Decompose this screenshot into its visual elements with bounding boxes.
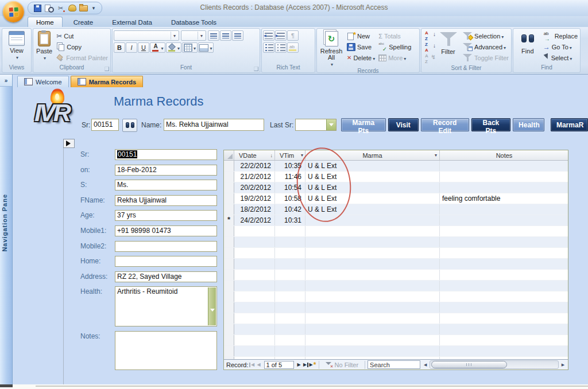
new-record-button[interactable]: New	[346, 30, 376, 41]
action-button-health[interactable]: Health	[513, 118, 544, 131]
field-input-sr[interactable]: 00151	[115, 149, 217, 160]
bold-button[interactable]: B	[114, 42, 125, 53]
row-selector[interactable]	[224, 193, 234, 204]
field-input-age[interactable]: 37 yrs	[115, 210, 217, 221]
gridlines-button[interactable]	[182, 42, 198, 53]
customize-dropdown-icon[interactable]	[90, 4, 97, 13]
last-sr-combo[interactable]	[295, 119, 336, 131]
expand-navigation-pane-button[interactable]: »	[0, 75, 12, 87]
select-button[interactable]: Select	[542, 52, 579, 63]
field-input-notes[interactable]	[115, 331, 217, 370]
sr-search-input[interactable]: 00151	[91, 119, 119, 131]
spelling-button[interactable]: Spelling	[377, 41, 412, 52]
name-input[interactable]: Ms. Rekha Ujjainwal	[164, 119, 264, 131]
first-record-button[interactable]	[249, 361, 256, 369]
numbered-list-button[interactable]	[263, 42, 274, 53]
row-selector[interactable]	[224, 204, 234, 215]
field-input-health[interactable]: Arthritis - Reumitoid	[115, 286, 217, 326]
action-button-back-pts[interactable]: Back Pts	[471, 118, 510, 131]
action-button-visit[interactable]: Visit	[388, 118, 419, 131]
cut-button[interactable]: Cut	[55, 30, 109, 41]
copy-button[interactable]: Copy	[55, 41, 109, 52]
font-name-combo[interactable]	[114, 30, 179, 41]
action-button-marmar[interactable]: MarmaR	[551, 118, 588, 131]
filter-dropdown-icon[interactable]	[301, 153, 305, 158]
select-all-corner[interactable]	[224, 150, 234, 160]
increase-indent-button[interactable]	[275, 30, 287, 41]
row-selector[interactable]	[224, 182, 234, 193]
align-center-button[interactable]	[220, 30, 231, 41]
row-selector[interactable]	[224, 324, 234, 334]
more-button[interactable]: More	[377, 52, 412, 63]
no-filter-button[interactable]: No Filter	[322, 360, 363, 369]
ribbon-tab-home[interactable]: Home	[28, 17, 63, 27]
column-header-notes[interactable]: Notes	[440, 150, 568, 160]
column-header-marma[interactable]: Marma	[305, 150, 440, 160]
find-button[interactable]: Find	[514, 30, 541, 64]
fill-color-button[interactable]	[166, 42, 181, 53]
row-selector[interactable]	[224, 335, 234, 345]
folder-icon[interactable]	[79, 4, 88, 13]
search-input[interactable]	[368, 360, 420, 369]
row-selector[interactable]	[224, 172, 234, 182]
save-record-button[interactable]: Save	[346, 41, 376, 52]
paste-button[interactable]: Paste	[34, 30, 54, 64]
format-painter-button[interactable]: Format Painter	[55, 52, 109, 63]
sort-ascending-button[interactable]: AZ↓	[424, 30, 436, 42]
italic-button[interactable]: I	[126, 42, 137, 53]
row-selector[interactable]	[224, 248, 234, 258]
row-selector[interactable]	[224, 226, 234, 236]
navigation-pane-label[interactable]: Navigation Pane	[1, 194, 8, 252]
document-tab-welcome[interactable]: Welcome	[17, 76, 69, 87]
row-selector[interactable]	[224, 291, 234, 302]
ribbon-tab-external-data[interactable]: External Data	[104, 17, 160, 27]
ribbon-tab-database-tools[interactable]: Database Tools	[163, 17, 225, 27]
action-button-record-edit[interactable]: Record Edit	[421, 118, 469, 131]
row-selector[interactable]	[224, 302, 234, 313]
save-icon[interactable]	[33, 4, 42, 13]
advanced-filter-button[interactable]: Advanced	[461, 41, 510, 52]
office-button[interactable]	[3, 1, 24, 22]
field-input-fname[interactable]: Rekha Ujjainwal	[115, 195, 217, 206]
filter-button[interactable]: Filter	[436, 30, 460, 64]
row-selector[interactable]	[224, 270, 234, 280]
row-selector[interactable]	[224, 259, 234, 269]
highlight-button[interactable]	[287, 42, 299, 53]
last-record-button[interactable]	[303, 361, 310, 369]
record-position[interactable]: 1 of 5	[264, 361, 294, 369]
align-right-button[interactable]	[232, 30, 243, 41]
next-record-button[interactable]	[296, 361, 303, 369]
row-selector[interactable]	[224, 281, 234, 291]
replace-button[interactable]: Replace	[542, 30, 579, 41]
text-direction-button[interactable]	[287, 30, 299, 41]
previous-record-button[interactable]	[256, 361, 262, 369]
field-input-on[interactable]: 18-Feb-2012	[115, 165, 217, 176]
record-selector[interactable]	[63, 139, 75, 148]
field-scrollbar[interactable]	[208, 287, 216, 325]
action-button-marma-pts[interactable]: Marma Pts	[341, 118, 386, 131]
tools-icon[interactable]	[56, 4, 65, 13]
combo-dropdown-icon[interactable]	[326, 119, 336, 130]
clear-sort-button[interactable]: AZ↯	[424, 53, 436, 65]
ribbon-tab-create[interactable]: Create	[65, 17, 102, 27]
find-record-button[interactable]	[122, 119, 137, 132]
column-header-vtim[interactable]: VTim	[275, 150, 305, 160]
filter-dropdown-icon[interactable]	[435, 153, 437, 158]
align-left-button[interactable]	[208, 30, 219, 41]
field-input-s[interactable]: Ms.	[115, 180, 217, 190]
font-size-combo[interactable]	[181, 30, 206, 41]
underline-button[interactable]: U	[138, 42, 149, 53]
totals-button[interactable]: Totals	[377, 30, 412, 41]
column-header-vdate[interactable]: VDate	[234, 150, 275, 160]
selection-button[interactable]: Selection	[461, 30, 510, 41]
delete-record-button[interactable]: Delete	[346, 52, 376, 63]
view-button[interactable]: View	[3, 30, 30, 64]
dialog-launcher-icon[interactable]	[105, 67, 109, 71]
scroll-left-icon[interactable]: ◀	[421, 363, 429, 367]
row-selector[interactable]	[224, 313, 234, 324]
go-to-button[interactable]: Go To	[542, 41, 579, 52]
refresh-all-button[interactable]: Refresh All	[318, 30, 345, 68]
bulleted-list-button[interactable]	[275, 42, 287, 53]
sort-descending-button[interactable]: ZA↓	[424, 42, 436, 53]
document-tab-marma-records[interactable]: Marma Records	[71, 76, 144, 87]
